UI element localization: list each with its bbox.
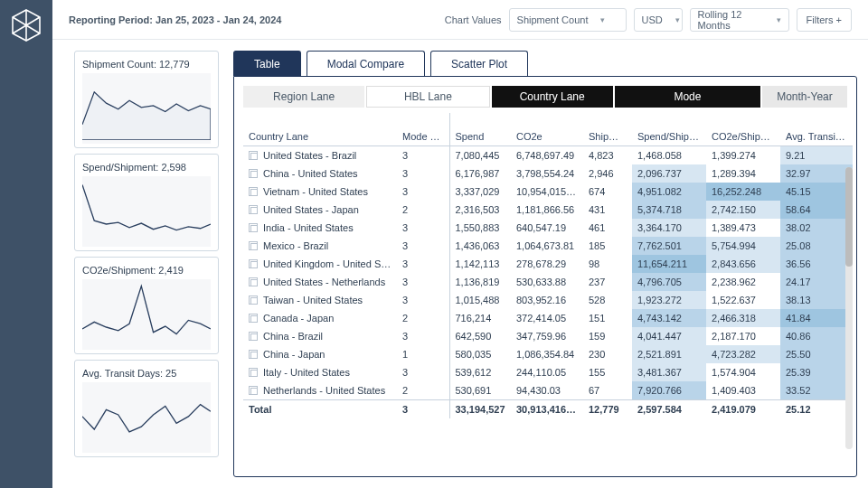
tab-scatter-plot[interactable]: Scatter Plot [430,51,528,76]
cell-spend: 539,612 [449,363,511,381]
kpi-card-avg-transit[interactable]: Avg. Transit Days: 25 [74,360,219,457]
cell-lane: China - Brazil [243,327,397,345]
cell-cps: 2,843.656 [706,255,780,273]
table-row[interactable]: China - United States36,176,9873,798,554… [243,164,853,183]
cell-atd: 24.17 [780,273,853,291]
cell-cps: 1,409.403 [706,381,780,400]
cell-atd: 58.64 [780,201,853,219]
lane-tab-region[interactable]: Region Lane [243,86,364,108]
cell-spend: 33,194,527 [449,399,511,418]
cell-shipcount: 98 [583,255,632,273]
range-select[interactable]: Rolling 12 Months▾ [690,8,789,32]
cell-shipcount: 528 [583,291,632,309]
drill-icon[interactable] [249,241,258,250]
table-row[interactable]: Mexico - Brazil31,436,0631,064,673.81185… [243,237,853,255]
scrollbar[interactable] [845,167,853,449]
col-spend[interactable]: Spend [449,113,511,145]
col-cps[interactable]: CO2e/Shipment [706,113,780,145]
col-mode[interactable]: Mode Count [397,113,449,145]
cell-lane: United States - Japan [243,201,397,219]
table-row[interactable]: Taiwan - United States31,015,488803,952.… [243,291,853,309]
table-row[interactable]: Italy - United States3539,612244,110.051… [243,363,853,381]
cell-lane: China - Japan [243,345,397,363]
cell-sps: 1,468.058 [632,145,706,164]
lane-tab-mode[interactable]: Mode [615,86,760,108]
cell-sps: 11,654.211 [632,255,706,273]
cell-co2e: 30,913,416.81 [511,399,583,418]
table-row[interactable]: United Kingdom - United States31,142,113… [243,255,853,273]
cell-cps: 2,742.150 [706,201,780,219]
drill-icon[interactable] [249,350,258,359]
cell-spend: 1,015,488 [449,291,511,309]
drill-icon[interactable] [249,259,258,268]
drill-icon[interactable] [249,277,258,286]
drill-icon[interactable] [249,386,258,395]
drill-icon[interactable] [249,169,258,178]
kpi-card-co2e-per-shipment[interactable]: CO2e/Shipment: 2,419 [74,257,219,354]
cell-co2e: 347,759.96 [511,327,583,345]
col-co2e[interactable]: CO2e [511,113,583,145]
filters-button[interactable]: Filters + [797,8,852,32]
tab-modal-compare[interactable]: Modal Compare [307,51,425,76]
cell-sps: 3,364.170 [632,219,706,237]
table-row[interactable]: Netherlands - United States2530,69194,43… [243,381,853,400]
cell-sps: 2,597.584 [632,399,706,418]
cell-cps: 2,238.962 [706,273,780,291]
cell-mode: 3 [397,183,449,201]
drill-icon[interactable] [249,368,258,377]
drill-icon[interactable] [249,223,258,232]
kpi-card-spend-per-shipment[interactable]: Spend/Shipment: 2,598 [74,154,219,251]
col-lane[interactable]: Country Lane [243,113,397,145]
lane-tab-country[interactable]: Country Lane [492,86,613,108]
cell-cps: 1,289.394 [706,164,780,183]
drill-icon[interactable] [249,332,258,341]
tab-table[interactable]: Table [233,51,301,76]
chart-values-label: Chart Values [445,14,502,25]
scrollbar-thumb[interactable] [845,167,853,267]
table-row[interactable]: Vietnam - United States33,337,02910,954,… [243,183,853,201]
cell-spend: 1,136,819 [449,273,511,291]
left-rail [0,0,52,488]
cell-cps: 4,723.282 [706,345,780,363]
drill-icon[interactable] [249,187,258,196]
cell-cps: 1,389.473 [706,219,780,237]
table-row[interactable]: India - United States31,550,883640,547.1… [243,219,853,237]
currency-select[interactable]: USD▾ [634,8,683,32]
col-sps[interactable]: Spend/Shipment [632,113,706,145]
drill-icon[interactable] [249,151,258,160]
drill-icon[interactable] [249,296,258,305]
table-row[interactable]: United States - Netherlands31,136,819530… [243,273,853,291]
kpi-card-shipment-count[interactable]: Shipment Count: 12,779 [74,51,219,148]
chevron-down-icon: ▾ [675,15,680,24]
table-row[interactable]: United States - Japan22,316,5031,181,866… [243,201,853,219]
table-row[interactable]: China - Japan1580,0351,086,354.842302,52… [243,345,853,363]
cell-cps: 1,399.274 [706,145,780,164]
cell-lane: United States - Brazil [243,145,397,164]
col-shipcount[interactable]: Shipment Count [583,113,632,145]
table-wrap: Country Lane Mode Count Spend CO2e Shipm… [234,113,856,476]
cell-shipcount: 67 [583,381,632,400]
cell-lane: Mexico - Brazil [243,237,397,255]
table-row[interactable]: China - Brazil3642,590347,759.961594,041… [243,327,853,345]
drill-icon[interactable] [249,314,258,323]
cell-spend: 1,550,883 [449,219,511,237]
cell-sps: 3,481.367 [632,363,706,381]
cell-co2e: 1,064,673.81 [511,237,583,255]
table-row[interactable]: Canada - Japan2716,214372,414.051514,743… [243,309,853,327]
table-row[interactable]: United States - Brazil37,080,4456,748,69… [243,145,853,164]
col-atd[interactable]: Avg. Transit Days [780,113,853,145]
cell-lane: India - United States [243,219,397,237]
drill-icon[interactable] [249,205,258,214]
cell-co2e: 244,110.05 [511,363,583,381]
cell-co2e: 803,952.16 [511,291,583,309]
lane-tabs: Region Lane HBL Lane Country Lane Mode M… [243,86,847,108]
main-panel: Table Modal Compare Scatter Plot Region … [233,51,857,477]
table-row[interactable]: Total333,194,52730,913,416.8112,7792,597… [243,399,853,418]
lane-tab-hbl[interactable]: HBL Lane [366,86,489,108]
sparkline [82,73,211,144]
cell-atd: 25.08 [780,237,853,255]
chart-values-select[interactable]: Shipment Count▾ [509,8,627,32]
cell-mode: 1 [397,345,449,363]
kpi-title: Avg. Transit Days: 25 [82,368,211,379]
lane-tab-month-year[interactable]: Month-Year [762,86,847,108]
